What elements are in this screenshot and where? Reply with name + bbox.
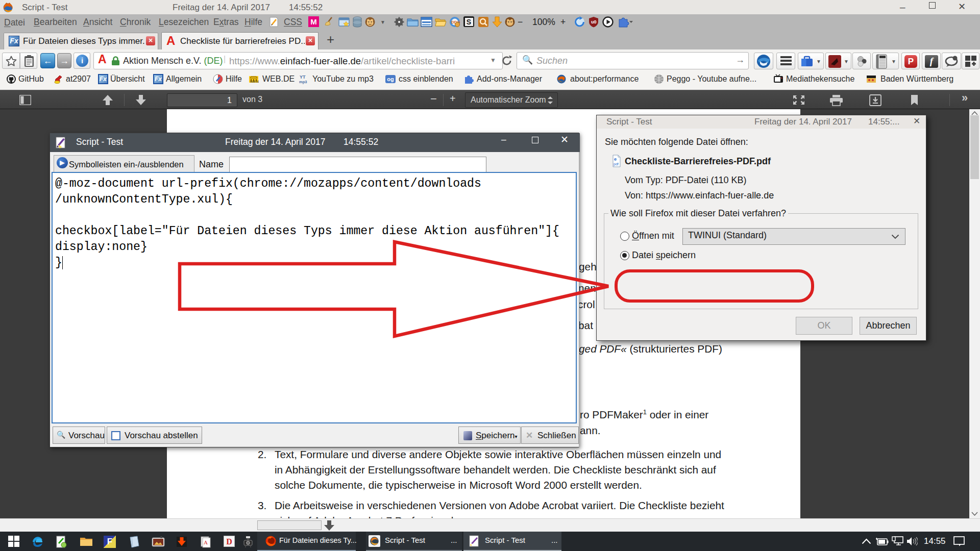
svg-text:e: e — [614, 157, 617, 162]
svg-text:WEB.DE: WEB.DE — [250, 81, 259, 83]
svg-text:A: A — [204, 539, 208, 545]
svg-text:u0: u0 — [591, 19, 597, 24]
svg-text:mp3: mp3 — [299, 80, 307, 84]
svg-text:pdf: pdf — [614, 162, 619, 166]
svg-text:YT: YT — [300, 74, 306, 80]
